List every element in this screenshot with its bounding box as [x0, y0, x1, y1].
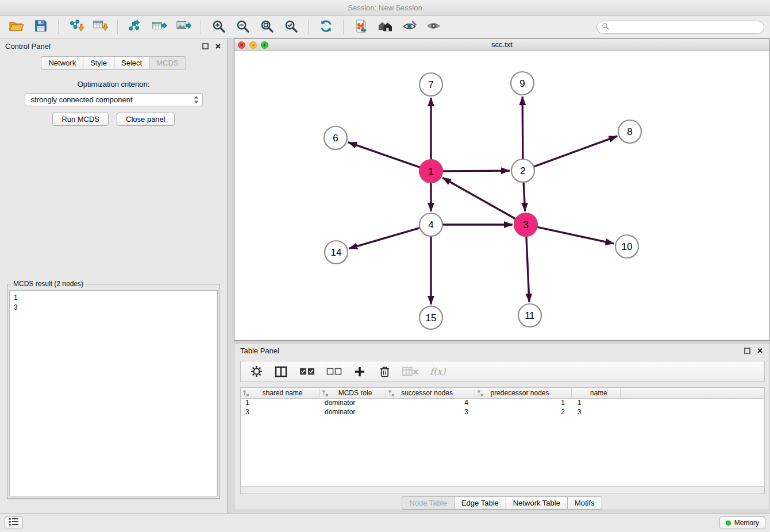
table-cell[interactable]: dominator: [320, 408, 386, 417]
graph-node-label: 10: [622, 241, 633, 252]
dropdown-stepper-icon: [194, 95, 199, 104]
tab-mcds[interactable]: MCDS: [149, 56, 186, 70]
table-row[interactable]: 3 dominator 3 2 3: [241, 408, 764, 417]
table-cell[interactable]: 3: [241, 408, 320, 417]
close-panel-button[interactable]: Close panel: [117, 113, 175, 126]
column-tree-icon: [388, 390, 395, 398]
control-panel-header: Control Panel: [0, 38, 227, 53]
table-cell[interactable]: 4: [386, 399, 475, 408]
zoom-fit-button[interactable]: [256, 18, 278, 36]
tab-select[interactable]: Select: [114, 56, 149, 70]
zoom-out-button[interactable]: [232, 18, 253, 36]
table-settings-gear-icon[interactable]: [249, 364, 264, 379]
open-network-file-button[interactable]: [350, 18, 372, 36]
list-icon: [9, 518, 19, 528]
column-header-filler: [621, 388, 764, 398]
graph-node-label: 6: [333, 133, 338, 144]
table-cell[interactable]: 3: [572, 408, 621, 417]
result-line: 1: [14, 293, 213, 303]
column-header-predecessor-nodes[interactable]: predecessor nodes: [475, 388, 572, 398]
close-panel-icon[interactable]: [214, 42, 222, 50]
table-horizontal-scrollbar[interactable]: [241, 486, 764, 494]
mcds-result-text[interactable]: 1 3: [9, 290, 218, 496]
show-graphics-details-button[interactable]: [398, 18, 420, 36]
memory-label: Memory: [734, 519, 759, 527]
table-row[interactable]: 1 dominator 4 1 1: [241, 399, 764, 408]
table-cell[interactable]: 2: [475, 408, 572, 417]
add-column-icon[interactable]: [352, 364, 367, 379]
refresh-view-button[interactable]: [315, 18, 337, 36]
float-panel-icon[interactable]: [201, 42, 209, 50]
toolbar-separator: [308, 20, 309, 34]
tab-network[interactable]: Network: [41, 56, 83, 70]
task-history-button[interactable]: [5, 516, 23, 529]
hide-graphics-details-button[interactable]: [422, 18, 444, 36]
network-canvas[interactable]: 7968124314101511: [234, 51, 769, 340]
window-title: Session: New Session: [348, 3, 422, 12]
graph-edge-3-11[interactable]: [526, 236, 529, 302]
search-box[interactable]: [596, 21, 764, 34]
optimization-criterion-label: Optimization criterion:: [0, 80, 227, 88]
open-session-button[interactable]: [6, 18, 28, 36]
graph-edge-1-2[interactable]: [442, 171, 510, 171]
main-toolbar: [0, 16, 770, 38]
table-panel-header: Table Panel: [234, 344, 769, 357]
graph-edge-4-14[interactable]: [349, 228, 420, 249]
export-table-button[interactable]: [148, 18, 170, 36]
tab-edge-table[interactable]: Edge Table: [454, 496, 506, 510]
graph-edge-2-9[interactable]: [522, 97, 523, 159]
import-table-icon: [92, 19, 108, 35]
zoom-in-button[interactable]: [207, 18, 229, 36]
tab-style[interactable]: Style: [83, 56, 114, 70]
column-header-successor-nodes[interactable]: successor nodes: [386, 388, 475, 398]
criterion-dropdown[interactable]: strongly connected component: [25, 93, 203, 106]
network-window-titlebar[interactable]: scc.txt: [234, 39, 769, 51]
graph-node-label: 15: [426, 313, 437, 323]
close-table-panel-icon[interactable]: [756, 346, 764, 354]
graph-edge-3-10[interactable]: [537, 227, 614, 244]
home-button[interactable]: [374, 18, 396, 36]
graph-edge-2-8[interactable]: [534, 136, 618, 167]
search-input[interactable]: [612, 23, 759, 32]
import-table-button[interactable]: [89, 18, 111, 36]
export-image-button[interactable]: [172, 18, 194, 36]
zoom-fit-icon: [260, 19, 274, 36]
status-bar: Memory: [0, 513, 770, 532]
result-line: 3: [14, 303, 213, 313]
column-header-shared-name[interactable]: shared name: [241, 388, 320, 398]
graph-edge-3-1[interactable]: [442, 178, 516, 219]
import-network-button[interactable]: [65, 18, 87, 36]
maximize-window-icon[interactable]: [261, 41, 268, 49]
graph-edge-1-6[interactable]: [348, 142, 420, 168]
column-header-mcds-role[interactable]: MCDS role: [320, 388, 386, 398]
graph-node-label: 7: [428, 79, 433, 90]
split-columns-icon[interactable]: [274, 364, 288, 379]
delete-column-icon[interactable]: [377, 364, 392, 379]
select-all-columns-icon[interactable]: [298, 364, 315, 379]
export-network-button[interactable]: [124, 18, 146, 36]
column-label: shared name: [262, 389, 302, 397]
table-cell[interactable]: 1: [475, 399, 572, 408]
tab-network-table[interactable]: Network Table: [506, 496, 567, 510]
save-session-button[interactable]: [30, 18, 52, 36]
mcds-result-title: MCDS result (2 nodes): [11, 280, 86, 288]
zoom-selected-button[interactable]: [280, 18, 302, 36]
table-cell[interactable]: 1: [572, 399, 621, 408]
minimize-window-icon[interactable]: [249, 41, 257, 49]
graph-node-label: 2: [520, 165, 525, 176]
tab-motifs[interactable]: Motifs: [567, 496, 602, 510]
table-cell[interactable]: 1: [241, 399, 320, 408]
float-table-panel-icon[interactable]: [743, 346, 751, 354]
graph-node-label: 4: [428, 219, 433, 230]
run-mcds-button[interactable]: Run MCDS: [52, 113, 109, 126]
deselect-all-columns-icon[interactable]: [325, 364, 342, 379]
column-label: name: [590, 389, 607, 397]
delete-table-icon: [402, 364, 420, 379]
close-window-icon[interactable]: [238, 41, 245, 49]
column-header-name[interactable]: name: [572, 388, 621, 398]
tab-node-table[interactable]: Node Table: [402, 496, 454, 510]
table-cell[interactable]: dominator: [320, 399, 386, 408]
memory-button[interactable]: Memory: [719, 516, 765, 529]
table-cell[interactable]: 3: [386, 408, 475, 417]
graph-edge-2-3[interactable]: [523, 182, 525, 211]
